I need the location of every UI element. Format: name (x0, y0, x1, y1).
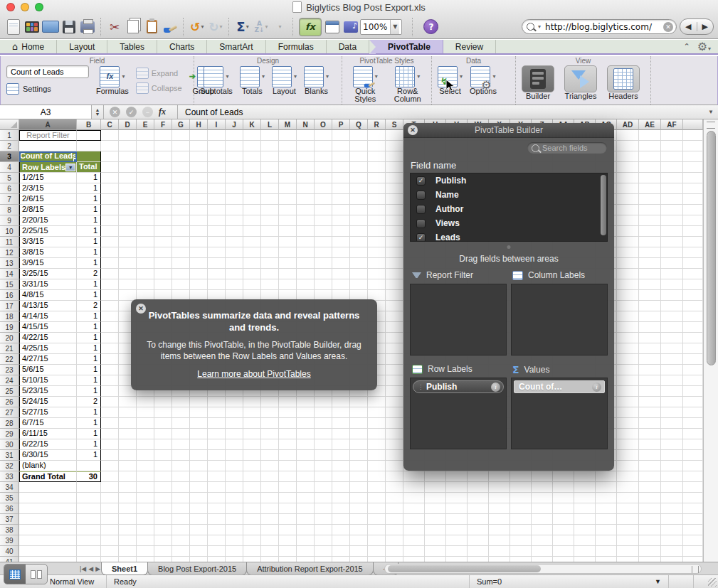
cell-AE26[interactable] (639, 397, 661, 407)
cell-I31[interactable] (208, 450, 226, 461)
active-field-box[interactable]: Count of Leads (6, 65, 89, 78)
cell-N34[interactable] (297, 482, 315, 493)
scrollbar-resize-handle[interactable] (692, 566, 699, 573)
cell-AF7[interactable] (661, 194, 683, 205)
cell-T41[interactable] (403, 557, 425, 562)
cell-D2[interactable] (119, 141, 137, 151)
cell-I7[interactable] (208, 194, 226, 205)
cell-L32[interactable] (261, 461, 279, 471)
cell-G27[interactable] (172, 407, 190, 418)
cell-B33[interactable]: 30 (77, 471, 101, 482)
tab-tables[interactable]: Tables (107, 40, 157, 53)
cell-N33[interactable] (297, 471, 315, 482)
cell-F12[interactable] (154, 247, 172, 258)
cell-D1[interactable] (119, 130, 137, 141)
field-info-button[interactable]: i (491, 383, 500, 392)
cell-S30[interactable] (386, 439, 403, 450)
cell-I2[interactable] (208, 141, 226, 151)
cell-B4[interactable]: Total (77, 162, 101, 173)
cell-AE9[interactable] (639, 215, 661, 226)
cell-C34[interactable] (101, 482, 119, 493)
cell-E6[interactable] (137, 183, 154, 194)
cell-F3[interactable] (154, 151, 172, 162)
cell-S3[interactable] (386, 151, 403, 162)
cell-E34[interactable] (137, 482, 154, 493)
cell-H4[interactable] (190, 162, 208, 173)
cell-D28[interactable] (119, 418, 137, 429)
cell-D9[interactable] (119, 215, 137, 226)
cell-AF38[interactable] (661, 525, 683, 535)
cell-F14[interactable] (154, 269, 172, 279)
cell-M41[interactable] (279, 557, 297, 562)
cell-AF27[interactable] (661, 407, 683, 418)
cell-Q34[interactable] (350, 482, 368, 493)
cell-K2[interactable] (243, 141, 261, 151)
cell-O40[interactable] (315, 546, 332, 557)
cell-K36[interactable] (243, 503, 261, 514)
cell-C10[interactable] (101, 226, 119, 237)
cell-AD36[interactable] (617, 503, 639, 514)
cell-Q6[interactable] (350, 183, 368, 194)
cell-AF32[interactable] (661, 461, 683, 471)
cell-AB33[interactable] (574, 471, 596, 482)
cell-H2[interactable] (190, 141, 208, 151)
cell-x32[interactable] (683, 461, 703, 471)
cell-R12[interactable] (368, 247, 386, 258)
cell-L37[interactable] (261, 514, 279, 525)
first-sheet-button[interactable]: |◀ (80, 565, 86, 572)
cell-B37[interactable] (77, 514, 101, 525)
cell-A20[interactable]: 4/22/15 (19, 333, 77, 343)
cell-H29[interactable] (190, 429, 208, 439)
row-header-1[interactable]: 1 (0, 130, 19, 141)
cell-S27[interactable] (386, 407, 403, 418)
cell-O14[interactable] (315, 269, 332, 279)
cell-G10[interactable] (172, 226, 190, 237)
cell-AB38[interactable] (574, 525, 596, 535)
page-layout-view-button[interactable] (26, 565, 47, 584)
cell-AD35[interactable] (617, 493, 639, 503)
cell-AE22[interactable] (639, 354, 661, 365)
cell-D14[interactable] (119, 269, 137, 279)
column-header-Q[interactable]: Q (350, 119, 368, 130)
values-area[interactable]: Count of… i (511, 378, 608, 449)
cell-Z34[interactable] (532, 482, 553, 493)
cell-O13[interactable] (315, 258, 332, 269)
cell-x19[interactable] (683, 322, 703, 333)
cell-N9[interactable] (297, 215, 315, 226)
cell-P2[interactable] (332, 141, 350, 151)
field-row-views[interactable]: Views (411, 216, 607, 230)
cell-F26[interactable] (154, 397, 172, 407)
cell-E35[interactable] (137, 493, 154, 503)
cell-W38[interactable] (468, 525, 489, 535)
cell-L8[interactable] (261, 205, 279, 215)
cell-Q39[interactable] (350, 535, 368, 546)
row-header-7[interactable]: 7 (0, 194, 19, 205)
cell-S12[interactable] (386, 247, 403, 258)
row-header-34[interactable]: 34 (0, 482, 19, 493)
row-header-3[interactable]: 3 (0, 151, 19, 162)
cell-Q28[interactable] (350, 418, 368, 429)
cell-S9[interactable] (386, 215, 403, 226)
cell-O10[interactable] (315, 226, 332, 237)
cell-S36[interactable] (386, 503, 403, 514)
cell-N6[interactable] (297, 183, 315, 194)
cell-R4[interactable] (368, 162, 386, 173)
cell-AE3[interactable] (639, 151, 661, 162)
cell-C30[interactable] (101, 439, 119, 450)
cell-x18[interactable] (683, 311, 703, 322)
gallery-button[interactable] (23, 18, 41, 36)
previous-sheet-button[interactable]: ◀ (88, 565, 93, 572)
cell-D39[interactable] (119, 535, 137, 546)
field-checkbox-author[interactable] (416, 205, 426, 214)
sort-button[interactable]: AZ↓▾ (252, 18, 270, 36)
cell-I37[interactable] (208, 514, 226, 525)
row-header-19[interactable]: 19 (0, 322, 19, 333)
row-header-25[interactable]: 25 (0, 386, 19, 397)
cell-O35[interactable] (315, 493, 332, 503)
cell-F9[interactable] (154, 215, 172, 226)
row-header-4[interactable]: 4 (0, 162, 19, 173)
cell-J15[interactable] (226, 279, 243, 290)
cell-C28[interactable] (101, 418, 119, 429)
cell-F4[interactable] (154, 162, 172, 173)
cell-D38[interactable] (119, 525, 137, 535)
